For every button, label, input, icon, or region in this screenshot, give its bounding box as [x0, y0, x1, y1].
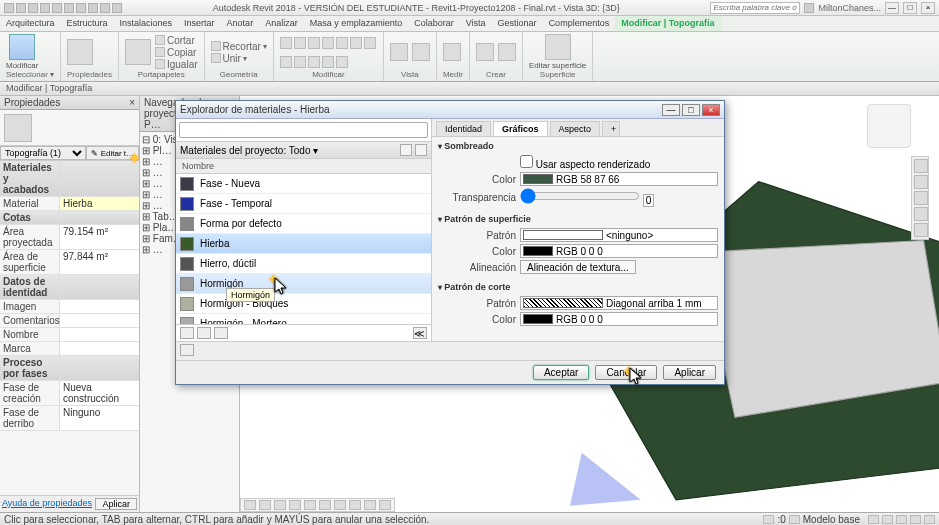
edit-surface-button[interactable]: Editar superficie — [529, 34, 586, 70]
user-label[interactable]: MiltonChanes... — [818, 3, 881, 13]
material-item[interactable]: Fase - Nueva — [176, 174, 431, 194]
cut-icon[interactable] — [155, 35, 165, 45]
surface-pattern-field[interactable]: <ninguno> — [520, 228, 718, 242]
ribbon-tab[interactable]: Gestionar — [492, 16, 543, 31]
sun-icon[interactable] — [289, 500, 301, 510]
ribbon-tab[interactable]: Instalaciones — [114, 16, 179, 31]
material-field[interactable]: Hierba — [60, 197, 139, 210]
join-icon[interactable] — [211, 53, 221, 63]
apply-button[interactable]: Aplicar — [663, 365, 716, 380]
asset-icon[interactable] — [180, 344, 194, 356]
modify-tool-icon[interactable] — [280, 56, 292, 68]
scale-icon[interactable] — [244, 500, 256, 510]
crop-icon[interactable] — [319, 500, 331, 510]
type-selector[interactable]: Topografía (1) — [0, 146, 86, 160]
dialog-tab[interactable]: Aspecto — [550, 121, 601, 136]
modify-tool-icon[interactable] — [294, 56, 306, 68]
qat-icon[interactable] — [76, 3, 86, 13]
material-item[interactable]: Forma por defecto — [176, 214, 431, 234]
view-tool-icon[interactable] — [390, 43, 408, 61]
modify-tool-icon[interactable] — [308, 37, 320, 49]
ribbon-tab[interactable]: Analizar — [259, 16, 304, 31]
trim-icon[interactable] — [211, 41, 221, 51]
image-field[interactable] — [60, 300, 139, 313]
crop-region-icon[interactable] — [334, 500, 346, 510]
infocenter-icon[interactable] — [804, 3, 814, 13]
ribbon-tab[interactable]: Modificar | Topografía — [615, 16, 720, 31]
create-tool-icon[interactable] — [498, 43, 516, 61]
shadow-icon[interactable] — [304, 500, 316, 510]
nav-icon[interactable] — [914, 223, 928, 237]
modify-button[interactable]: Modificar — [6, 34, 38, 70]
nav-icon[interactable] — [914, 159, 928, 173]
status-icon[interactable] — [910, 515, 921, 524]
view-option-icon[interactable] — [415, 144, 427, 156]
ribbon-tab[interactable]: Complementos — [543, 16, 616, 31]
qat-icon[interactable] — [28, 3, 38, 13]
modify-tool-icon[interactable] — [308, 56, 320, 68]
qat-icon[interactable] — [40, 3, 50, 13]
name-field[interactable] — [60, 328, 139, 341]
comments-field[interactable] — [60, 314, 139, 327]
create-tool-icon[interactable] — [476, 43, 494, 61]
mark-field[interactable] — [60, 342, 139, 355]
cancel-button[interactable]: Cancelar — [595, 365, 657, 380]
properties-help-link[interactable]: Ayuda de propiedades — [2, 498, 92, 510]
lock-icon[interactable] — [349, 500, 361, 510]
modify-tool-icon[interactable] — [280, 37, 292, 49]
modify-tool-icon[interactable] — [350, 37, 362, 49]
material-item[interactable]: Fase - Temporal — [176, 194, 431, 214]
minimize-button[interactable]: — — [885, 2, 899, 14]
viewcube[interactable] — [867, 104, 911, 148]
maximize-button[interactable]: □ — [903, 2, 917, 14]
status-icon[interactable] — [868, 515, 879, 524]
add-material-icon[interactable] — [197, 327, 211, 339]
expand-icon[interactable]: ≪ — [413, 327, 427, 339]
surface-color-field[interactable]: RGB 0 0 0 — [520, 244, 718, 258]
ribbon-tab[interactable]: Anotar — [221, 16, 260, 31]
status-icon[interactable] — [882, 515, 893, 524]
properties-button[interactable] — [67, 39, 93, 65]
apply-button[interactable]: Aplicar — [95, 498, 137, 510]
minimize-button[interactable]: — — [662, 104, 680, 116]
material-search-input[interactable] — [179, 122, 428, 138]
qat-icon[interactable] — [64, 3, 74, 13]
measure-tool-icon[interactable] — [443, 43, 461, 61]
qat-icon[interactable] — [112, 3, 122, 13]
material-item[interactable]: HormigónHormigón — [176, 274, 431, 294]
close-button[interactable]: × — [921, 2, 935, 14]
material-item[interactable]: Hormigón - Mortero — [176, 314, 431, 324]
view-option-icon[interactable] — [400, 144, 412, 156]
modify-tool-icon[interactable] — [336, 56, 348, 68]
visual-style-icon[interactable] — [274, 500, 286, 510]
material-item[interactable]: Hormigón - Bloques — [176, 294, 431, 314]
close-button[interactable]: × — [702, 104, 720, 116]
copy-icon[interactable] — [155, 47, 165, 57]
modify-tool-icon[interactable] — [322, 56, 334, 68]
match-icon[interactable] — [155, 59, 165, 69]
modify-tool-icon[interactable] — [364, 37, 376, 49]
status-icon[interactable] — [896, 515, 907, 524]
ribbon-tab[interactable]: Arquitectura — [0, 16, 61, 31]
status-icon[interactable] — [789, 515, 800, 524]
library-icon[interactable] — [180, 327, 194, 339]
close-icon[interactable]: × — [129, 97, 135, 108]
ribbon-tab[interactable]: Insertar — [178, 16, 221, 31]
edit-type-button[interactable]: ✎ Editar t… — [86, 146, 139, 160]
ribbon-tab[interactable]: Colaborar — [408, 16, 460, 31]
texture-alignment-button[interactable]: Alineación de textura... — [520, 260, 636, 274]
use-render-appearance-checkbox[interactable] — [520, 155, 533, 168]
qat-icon[interactable] — [88, 3, 98, 13]
shading-color-field[interactable]: RGB 58 87 66 — [520, 172, 718, 186]
material-item[interactable]: Hierba — [176, 234, 431, 254]
help-search-input[interactable] — [710, 2, 800, 14]
add-tab-button[interactable]: + — [602, 121, 620, 136]
qat-icon[interactable] — [52, 3, 62, 13]
filter-icon[interactable] — [924, 515, 935, 524]
material-item[interactable]: Hierro, dúctil — [176, 254, 431, 274]
modify-tool-icon[interactable] — [322, 37, 334, 49]
transparency-slider[interactable] — [520, 188, 640, 204]
filter-label[interactable]: Materiales del proyecto: Todo ▾ — [180, 145, 318, 156]
worksets-label[interactable]: Modelo base — [803, 514, 860, 525]
dialog-tab[interactable]: Identidad — [436, 121, 491, 136]
